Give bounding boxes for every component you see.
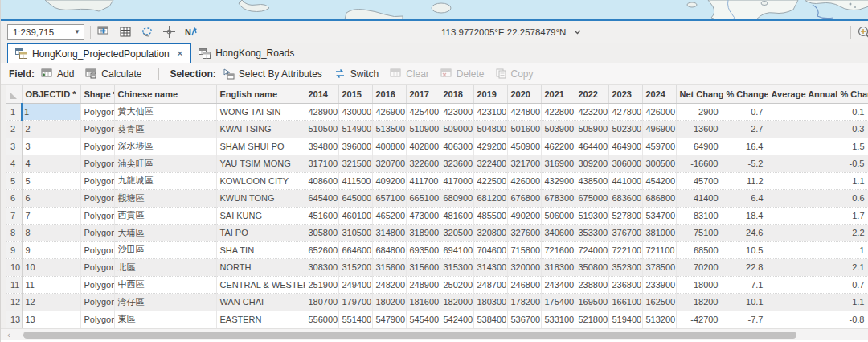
cell-y2017[interactable]: 315600 — [406, 259, 440, 277]
cell-net-change[interactable]: -18000 — [676, 276, 723, 294]
cell-y2020[interactable]: 450900 — [507, 138, 541, 155]
cell-avg-annual-pct-change[interactable]: -0.8 — [768, 311, 868, 328]
cell-net-change[interactable]: 75100 — [676, 225, 723, 242]
cell-y2023[interactable]: 683600 — [608, 190, 642, 208]
cell-shape[interactable]: Polygon — [80, 311, 114, 328]
cell-objectid[interactable]: 4 — [22, 155, 80, 173]
cell-shape[interactable]: Polygon — [80, 103, 114, 121]
cell-y2021[interactable]: 721600 — [541, 241, 575, 259]
cell-english-name[interactable]: SAI KUNG — [216, 207, 305, 225]
cell-y2015[interactable]: 460100 — [338, 207, 372, 225]
cell-y2024[interactable]: 426000 — [642, 103, 676, 121]
cell-y2015[interactable]: 411500 — [338, 172, 372, 190]
switch-selection-button[interactable]: Switch — [334, 68, 379, 80]
cell-shape[interactable]: Polygon — [80, 207, 114, 225]
cell-shape[interactable]: Polygon — [80, 294, 114, 311]
cell-english-name[interactable]: KOWLOON CITY — [216, 172, 305, 190]
cell-y2016[interactable]: 400800 — [372, 138, 406, 155]
column-header-net-change[interactable]: Net Change — [676, 85, 723, 103]
cell-english-name[interactable]: YAU TSIM MONG — [216, 155, 305, 173]
cell-y2018[interactable]: 315300 — [440, 259, 473, 277]
cell-y2022[interactable]: 505900 — [575, 121, 608, 138]
cell-y2015[interactable]: 321500 — [338, 155, 372, 173]
cell-shape[interactable]: Polygon — [80, 259, 114, 277]
cell-chinese-name[interactable]: 葵青區 — [114, 121, 216, 138]
cell-net-change[interactable]: -42700 — [676, 311, 723, 328]
cell-y2024[interactable]: 534700 — [642, 207, 676, 225]
cell-chinese-name[interactable]: 觀塘區 — [114, 190, 216, 208]
cell-y2022[interactable]: 353300 — [575, 225, 608, 242]
cell-y2015[interactable]: 514900 — [338, 121, 372, 138]
cell-y2020[interactable]: 490200 — [507, 207, 541, 225]
cell-y2015[interactable]: 430000 — [338, 103, 372, 121]
delete-selected-button[interactable]: Delete — [440, 68, 485, 80]
cell-y2014[interactable]: 251900 — [305, 276, 338, 294]
cell-english-name[interactable]: NORTH — [216, 259, 305, 277]
cell-net-change[interactable]: 70200 — [676, 259, 723, 277]
cell-net-change[interactable]: -16600 — [676, 155, 723, 173]
cell-objectid[interactable]: 2 — [22, 121, 80, 138]
cell-y2015[interactable]: 551400 — [338, 311, 372, 328]
cell-y2016[interactable]: 314800 — [372, 225, 406, 242]
cell-net-change[interactable]: 45700 — [676, 172, 723, 190]
cell-pct-change[interactable]: 11.2 — [723, 172, 768, 190]
cell-pct-change[interactable]: -0.7 — [723, 103, 768, 121]
cell-y2022[interactable]: 238800 — [575, 276, 608, 294]
cell-shape[interactable]: Polygon — [80, 190, 114, 208]
cell-y2017[interactable]: 510900 — [406, 121, 440, 138]
tab-hongkong-roads[interactable]: HongKong_Roads — [191, 43, 301, 63]
cell-chinese-name[interactable]: 黃大仙區 — [114, 103, 216, 121]
cell-y2018[interactable]: 406300 — [440, 138, 473, 155]
cell-y2019[interactable]: 681200 — [473, 190, 507, 208]
cell-y2023[interactable]: 464900 — [608, 138, 642, 155]
cell-y2015[interactable]: 645000 — [338, 190, 372, 208]
zoom-selection-icon[interactable] — [857, 25, 868, 39]
cell-shape[interactable]: Polygon — [80, 155, 114, 173]
cell-chinese-name[interactable]: 油尖旺區 — [114, 155, 216, 173]
cell-y2019[interactable]: 504800 — [473, 121, 507, 138]
cell-y2021[interactable]: 422800 — [541, 103, 575, 121]
cell-y2020[interactable]: 424800 — [507, 103, 541, 121]
row-number[interactable]: 13 — [6, 311, 22, 328]
cell-y2014[interactable]: 317100 — [305, 155, 338, 173]
column-header-y2015[interactable]: 2015 — [338, 85, 372, 103]
cell-y2023[interactable]: 722100 — [608, 241, 642, 259]
cell-objectid[interactable]: 11 — [22, 276, 80, 294]
cell-y2017[interactable]: 545400 — [406, 311, 440, 328]
column-header-avg-annual-pct-change[interactable]: Average Annual % Change — [768, 85, 868, 103]
cell-y2018[interactable]: 509000 — [440, 121, 473, 138]
cell-y2014[interactable]: 308300 — [305, 259, 338, 277]
cell-y2023[interactable]: 441000 — [608, 172, 642, 190]
cell-y2019[interactable]: 320800 — [473, 225, 507, 242]
cell-y2018[interactable]: 417000 — [440, 172, 473, 190]
cell-y2021[interactable]: 462200 — [541, 138, 575, 155]
cell-y2016[interactable]: 409200 — [372, 172, 406, 190]
cell-avg-annual-pct-change[interactable]: -0.3 — [768, 121, 868, 138]
cell-y2022[interactable]: 519300 — [575, 207, 608, 225]
cell-y2021[interactable]: 432900 — [541, 172, 575, 190]
cell-y2019[interactable]: 704600 — [473, 241, 507, 259]
cell-y2016[interactable]: 180200 — [372, 294, 406, 311]
cell-y2018[interactable]: 680900 — [440, 190, 473, 208]
row-number[interactable]: 11 — [6, 276, 22, 294]
copy-rows-button[interactable]: Copy — [496, 68, 534, 80]
cell-y2023[interactable]: 527800 — [608, 207, 642, 225]
cell-shape[interactable]: Polygon — [80, 121, 114, 138]
cell-y2019[interactable]: 322400 — [473, 155, 507, 173]
column-header-y2014[interactable]: 2014 — [305, 85, 338, 103]
cell-english-name[interactable]: TAI PO — [216, 225, 305, 242]
cell-english-name[interactable]: KWUN TONG — [216, 190, 305, 208]
cell-english-name[interactable]: SHA TIN — [216, 241, 305, 259]
row-number[interactable]: 6 — [6, 190, 22, 208]
cell-avg-annual-pct-change[interactable]: 2.1 — [768, 259, 868, 277]
cell-y2015[interactable]: 396000 — [338, 138, 372, 155]
cell-pct-change[interactable]: -2.7 — [723, 121, 768, 138]
cell-y2023[interactable]: 376700 — [608, 225, 642, 242]
cell-shape[interactable]: Polygon — [80, 241, 114, 259]
cell-objectid[interactable]: 1 — [22, 103, 80, 121]
column-header-chinese-name[interactable]: Chinese name — [114, 85, 216, 103]
cell-y2018[interactable]: 542400 — [440, 311, 473, 328]
cell-y2019[interactable]: 429200 — [473, 138, 507, 155]
cell-y2016[interactable]: 513500 — [372, 121, 406, 138]
cell-avg-annual-pct-change[interactable]: 0.6 — [768, 190, 868, 208]
